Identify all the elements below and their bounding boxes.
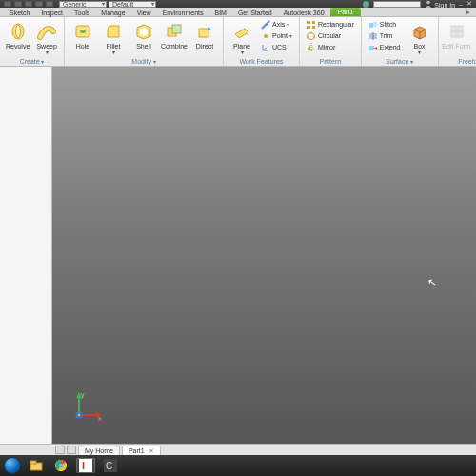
edit-form-button: Edit Form (443, 19, 471, 50)
svg-point-39 (59, 464, 63, 467)
tab-part1[interactable]: Part1✕ (122, 446, 161, 455)
qat-save-icon[interactable] (25, 1, 32, 7)
tab-tools[interactable]: Tools (69, 8, 95, 16)
svg-point-14 (307, 32, 314, 39)
qat-new-icon[interactable] (4, 1, 11, 7)
document-tabs: My Home Part1✕ (0, 444, 476, 455)
group-label-modify[interactable]: Modify (69, 57, 219, 66)
svg-text:C: C (106, 461, 112, 471)
svg-point-34 (78, 414, 81, 417)
group-freeform: Edit Form Freeform (439, 17, 476, 66)
start-button[interactable] (4, 457, 21, 474)
extend-button[interactable]: Extend (366, 42, 404, 52)
doc-tab-icon[interactable] (67, 446, 76, 454)
svg-point-2 (15, 25, 20, 38)
ucs-button[interactable]: UCS (258, 42, 295, 52)
tab-autodesk-360[interactable]: Autodesk 360 (278, 8, 330, 16)
shell-icon (133, 21, 154, 42)
appearance-dropdown[interactable]: Default (109, 1, 156, 8)
qat-open-icon[interactable] (14, 1, 22, 7)
mirror-button[interactable]: Mirror (304, 42, 357, 52)
svg-line-8 (262, 21, 269, 29)
tab-manage[interactable]: Manage (95, 8, 130, 16)
ribbon-tabstrip: Sketch Inspect Tools Manage View Environ… (0, 8, 476, 17)
tab-overflow-icon[interactable]: ▸ (461, 9, 476, 16)
tab-my-home[interactable]: My Home (78, 446, 120, 455)
hole-icon (72, 21, 93, 42)
model-browser-panel[interactable] (0, 67, 52, 444)
group-label-work-features: Work Features (228, 57, 295, 66)
revolve-button[interactable]: Revolve (4, 19, 31, 57)
tab-view[interactable]: View (131, 8, 157, 16)
window-min-icon[interactable]: – (459, 1, 463, 8)
sign-in-link[interactable]: Sign In (425, 0, 455, 9)
combine-button[interactable]: Combine (160, 19, 188, 57)
rectangular-icon (307, 20, 316, 30)
circular-pattern-button[interactable]: Circular (304, 30, 357, 41)
search-input[interactable] (373, 1, 421, 8)
group-label-surface[interactable]: Surface (366, 57, 434, 66)
help-icon[interactable] (363, 1, 369, 8)
group-work-features: Plane Axis ▾ Point ▾ UCS Work Features (224, 17, 300, 66)
tab-active-document[interactable]: Part1 (330, 8, 362, 16)
plane-button[interactable]: Plane (228, 19, 256, 57)
svg-rect-36 (30, 461, 36, 464)
ribbon: Revolve Sweep Create Hole Fillet (0, 17, 476, 67)
tab-get-started[interactable]: Get Started (232, 8, 278, 16)
point-button[interactable]: Point ▾ (258, 30, 295, 41)
svg-rect-11 (312, 21, 315, 24)
origin-triad-icon: y x (71, 390, 104, 423)
quick-access-toolbar (4, 1, 53, 7)
svg-text:I: I (82, 460, 85, 471)
axis-button[interactable]: Axis ▾ (258, 19, 295, 30)
svg-rect-10 (307, 21, 310, 24)
tab-bim[interactable]: BIM (208, 8, 231, 16)
svg-point-4 (80, 30, 86, 33)
stitch-button[interactable]: Stitch (366, 19, 404, 30)
group-label-create[interactable]: Create (4, 57, 60, 66)
window-close-icon[interactable]: ✕ (466, 0, 472, 8)
title-bar: Generic Default Sign In – ✕ (0, 0, 476, 8)
windows-taskbar: I C (0, 455, 476, 476)
fillet-button[interactable]: Fillet (99, 19, 128, 57)
taskbar-chrome-icon[interactable] (51, 458, 70, 473)
qat-undo-icon[interactable] (35, 1, 43, 7)
taskbar-explorer-icon[interactable] (27, 458, 46, 473)
trim-button[interactable]: Trim (366, 30, 404, 41)
material-dropdown[interactable]: Generic (59, 1, 107, 8)
tab-inspect[interactable]: Inspect (35, 8, 69, 16)
hole-button[interactable]: Hole (69, 19, 97, 57)
sweep-icon (36, 21, 57, 42)
box-icon (409, 21, 430, 42)
doc-tab-icon[interactable] (55, 446, 65, 454)
ucs-icon (261, 43, 270, 52)
box-button[interactable]: Box (406, 19, 434, 57)
sweep-button[interactable]: Sweep (33, 19, 60, 57)
viewport-3d[interactable]: y x ↖ (52, 67, 476, 444)
direct-button[interactable]: Direct (190, 19, 219, 57)
shell-button[interactable]: Shell (129, 19, 158, 57)
extend-icon (368, 43, 378, 52)
svg-rect-22 (369, 46, 374, 50)
svg-text:x: x (98, 415, 102, 422)
rectangular-pattern-button[interactable]: Rectangular (304, 19, 357, 30)
group-pattern: Rectangular Circular Mirror Pattern (300, 17, 362, 66)
group-create: Revolve Sweep Create (0, 17, 65, 66)
qat-redo-icon[interactable] (46, 1, 53, 7)
workspace: y x ↖ (0, 67, 476, 444)
svg-point-15 (310, 31, 312, 33)
svg-point-0 (427, 0, 431, 4)
revolve-icon (8, 21, 29, 42)
svg-rect-12 (307, 26, 310, 29)
tab-sketch[interactable]: Sketch (4, 8, 35, 16)
direct-icon (194, 21, 215, 42)
tab-environments[interactable]: Environments (157, 8, 209, 16)
stitch-icon (368, 20, 378, 30)
axis-icon (261, 20, 270, 30)
taskbar-app-icon[interactable]: C (101, 458, 120, 473)
close-icon[interactable]: ✕ (149, 447, 154, 454)
group-label-pattern: Pattern (304, 57, 357, 66)
taskbar-inventor-icon[interactable]: I (76, 458, 95, 473)
svg-point-16 (313, 36, 315, 38)
svg-text:y: y (81, 391, 85, 399)
